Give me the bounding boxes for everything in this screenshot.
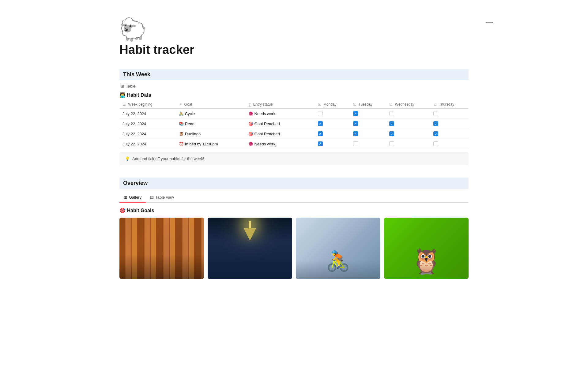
table-icon: ⊞ — [121, 84, 124, 88]
checkbox-wrapper — [389, 111, 427, 116]
cell-monday[interactable] — [315, 119, 350, 129]
col-header-status: ∑ Entry status — [245, 100, 315, 109]
cell-date: July 22, 2024 — [119, 129, 176, 139]
cell-monday[interactable] — [315, 129, 350, 139]
page-icon: 🐑 — [119, 18, 469, 40]
duolingo-owl-icon: 🦉 — [411, 247, 442, 276]
check-square-icon-wed: ☑ — [389, 102, 393, 107]
gallery-tab-label: Gallery — [129, 195, 141, 200]
cell-date: July 22, 2024 — [119, 119, 176, 129]
checkbox-wednesday[interactable] — [389, 141, 394, 146]
checkbox-monday[interactable] — [318, 141, 323, 146]
checkbox-wrapper — [433, 131, 466, 136]
checkbox-tuesday[interactable] — [353, 131, 358, 136]
checkbox-wrapper — [433, 111, 466, 116]
checkbox-monday[interactable] — [318, 131, 323, 136]
checkbox-wrapper — [318, 141, 347, 146]
cell-thursday[interactable] — [430, 109, 469, 119]
arrow-icon: ↗ — [179, 102, 182, 107]
tab-gallery[interactable]: ▦ Gallery — [119, 193, 146, 203]
cell-goal: 📚 Read — [176, 119, 245, 129]
checkbox-thursday[interactable] — [433, 111, 438, 116]
cell-status: 🎯 Goal Reached — [245, 119, 315, 129]
gallery-card-books[interactable] — [119, 218, 204, 279]
table-view-tab-label: Table view — [155, 195, 174, 200]
cell-monday[interactable] — [315, 139, 350, 149]
checkbox-tuesday[interactable] — [353, 121, 358, 126]
checkbox-wrapper — [353, 141, 383, 146]
tip-box: 💡 Add and tick off your habits for the w… — [119, 152, 469, 165]
table-row: July 22, 2024 ⏰ In bed by 11:30pm 🧶 Need… — [119, 139, 469, 149]
checkbox-wednesday[interactable] — [389, 111, 394, 116]
page-container: — 🐑 Habit tracker This Week ⊞ Table 🧑‍💻 … — [95, 0, 493, 291]
col-header-tuesday: ☑ Tuesday — [350, 100, 386, 109]
habit-data-title: 🧑‍💻 Habit Data — [119, 92, 469, 98]
cell-thursday[interactable] — [430, 129, 469, 139]
checkbox-monday[interactable] — [318, 121, 323, 126]
col-header-thursday: ☑ Thursday — [430, 100, 469, 109]
gallery-card-lamp[interactable] — [208, 218, 292, 279]
cell-goal: 🚴 Cycle — [176, 109, 245, 119]
table-label: Table — [126, 84, 135, 88]
cell-goal: ⏰ In bed by 11:30pm — [176, 139, 245, 149]
checkbox-wrapper — [353, 131, 383, 136]
checkbox-thursday[interactable] — [433, 131, 438, 136]
check-square-icon: ☑ — [318, 102, 321, 107]
habit-table: ☰ Week begining ↗ Goal ∑ Entry status — [119, 100, 469, 149]
cell-thursday[interactable] — [430, 139, 469, 149]
checkbox-wrapper — [353, 111, 383, 116]
checkbox-thursday[interactable] — [433, 141, 438, 146]
cell-tuesday[interactable] — [350, 129, 386, 139]
cell-tuesday[interactable] — [350, 109, 386, 119]
gallery-card-cycle[interactable] — [296, 218, 380, 279]
col-header-week: ☰ Week begining — [119, 100, 176, 109]
checkbox-wrapper — [433, 121, 466, 126]
checkbox-wednesday[interactable] — [389, 131, 394, 136]
checkbox-monday[interactable] — [318, 111, 323, 116]
checkbox-thursday[interactable] — [433, 121, 438, 126]
checkbox-wrapper — [389, 131, 427, 136]
check-square-icon-tue: ☑ — [353, 102, 356, 107]
cell-monday[interactable] — [315, 109, 350, 119]
page-title: Habit tracker — [119, 43, 469, 57]
minimize-button[interactable]: — — [486, 18, 493, 26]
cell-thursday[interactable] — [430, 119, 469, 129]
table-row: July 22, 2024 🚴 Cycle 🧶 Needs work — [119, 109, 469, 119]
gallery-grid: 🦉 — [119, 218, 469, 279]
checkbox-wrapper — [433, 141, 466, 146]
checkbox-wrapper — [318, 121, 347, 126]
cell-status: 🎯 Goal Reached — [245, 129, 315, 139]
checkbox-tuesday[interactable] — [353, 141, 358, 146]
cell-wednesday[interactable] — [386, 109, 430, 119]
col-header-wednesday: ☑ Wednesday — [386, 100, 430, 109]
overview-tabs: ▦ Gallery ▤ Table view — [119, 193, 469, 203]
cell-wednesday[interactable] — [386, 119, 430, 129]
cell-wednesday[interactable] — [386, 129, 430, 139]
check-square-icon-thu: ☑ — [433, 102, 437, 107]
gallery-tab-icon: ▦ — [124, 195, 127, 200]
table-subtitle[interactable]: ⊞ Table — [119, 84, 469, 88]
habit-table-body: July 22, 2024 🚴 Cycle 🧶 Needs work — [119, 109, 469, 149]
tip-text: Add and tick off your habits for the wee… — [132, 156, 204, 161]
this-week-section: This Week ⊞ Table 🧑‍💻 Habit Data ☰ Week … — [119, 69, 469, 165]
col-header-goal: ↗ Goal — [176, 100, 245, 109]
lamp-shade — [244, 228, 256, 241]
checkbox-tuesday[interactable] — [353, 111, 358, 116]
checkbox-wrapper — [318, 131, 347, 136]
cell-date: July 22, 2024 — [119, 139, 176, 149]
checkbox-wednesday[interactable] — [389, 121, 394, 126]
table-view-tab-icon: ▤ — [150, 195, 154, 200]
checkbox-wrapper — [389, 141, 427, 146]
overview-header: Overview — [119, 178, 469, 189]
cell-tuesday[interactable] — [350, 139, 386, 149]
checkbox-wrapper — [318, 111, 347, 116]
col-header-monday: ☑ Monday — [315, 100, 350, 109]
table-row: July 22, 2024 🦉 Duolingo 🎯 Goal Reached — [119, 129, 469, 139]
checkbox-wrapper — [353, 121, 383, 126]
tab-table-view[interactable]: ▤ Table view — [146, 193, 178, 203]
cell-wednesday[interactable] — [386, 139, 430, 149]
habit-goals-title: 🎯 Habit Goals — [119, 208, 469, 213]
checkbox-wrapper — [389, 121, 427, 126]
gallery-card-duolingo[interactable]: 🦉 — [384, 218, 469, 279]
cell-tuesday[interactable] — [350, 119, 386, 129]
